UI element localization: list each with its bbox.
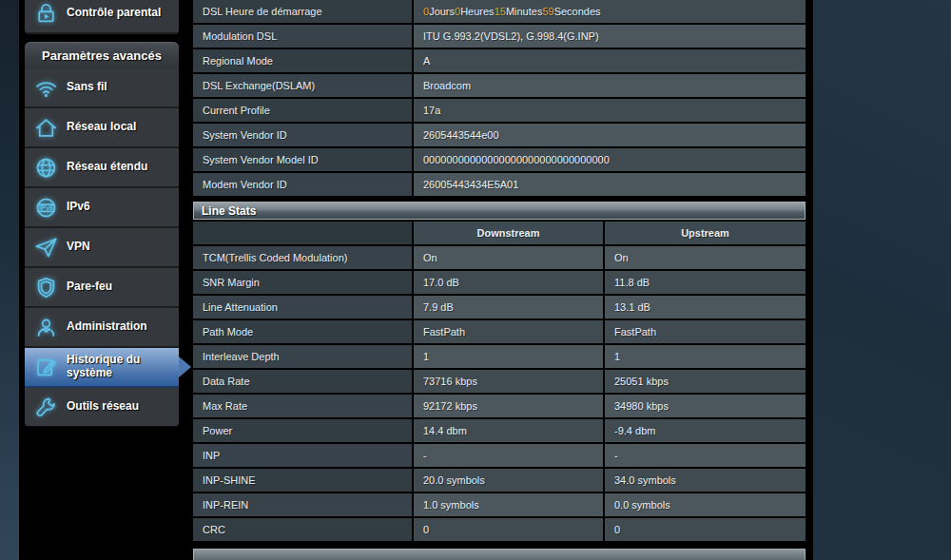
table-row: INP-REIN1.0 symbols0.0 symbols [193,493,805,516]
row-value-cell: 0 Jours 0 Heures 15 Minutes 59 Secondes [414,0,805,23]
row-label-cell: Max Rate [193,395,412,417]
sidebar-section-header: Paramètres avancés [25,42,179,68]
ipv6-icon: IPv6 [33,195,59,221]
row-downstream-cell: 1.0 symbols [414,493,603,516]
row-label-cell: INP-REIN [193,493,412,516]
sidebar-item-label: Réseau étendu [67,161,151,174]
row-upstream-cell: 34980 kbps [605,395,805,417]
sidebar-item-label: Administration [67,320,151,334]
table-row: Regional ModeA [193,49,805,72]
table-row: INP-- [193,444,805,467]
row-downstream-cell: 92172 kbps [414,395,603,417]
table-row: Current Profile17a [193,99,805,122]
page-background-left [0,0,19,560]
row-downstream-cell: 7.9 dB [414,296,603,319]
row-upstream-cell: -9.4 dbm [605,419,805,442]
row-label-cell: Interleave Depth [193,345,412,368]
row-label-cell: Modulation DSL [193,25,412,48]
row-label-cell: SNR Margin [193,271,412,294]
line-stats-section-header: Line Stats [193,202,805,220]
header-downstream: Downstream [414,222,603,244]
sidebar-items: Sans filRéseau localRéseau étenduIPv6IPv… [25,68,179,426]
row-upstream-cell: 1 [605,345,805,368]
table-row: SNR Margin17.0 dB11.8 dB [193,271,805,294]
sidebar-item-label: IPv6 [67,201,94,214]
row-upstream-cell: 0 [605,518,805,541]
row-value-cell: 2605443544e00 [414,124,805,146]
page-background-right [813,0,951,560]
table-row: CRC00 [193,518,805,541]
row-label-cell: INP-SHINE [193,469,412,492]
table-row: Interleave Depth11 [193,345,805,368]
shield-icon [33,275,59,300]
row-value-cell: Broadcom [414,74,805,97]
row-label-cell: Path Mode [193,320,412,343]
line-stats-table: Downstream Upstream TCM(Trellis Coded Mo… [193,222,805,541]
admin-icon [33,315,59,340]
globe-icon [33,155,59,181]
row-downstream-cell: On [414,246,603,269]
table-row: TCM(Trellis Coded Modulation)OnOn [193,246,805,269]
sidebar-item-label: Pare-feu [67,280,116,294]
row-label-cell: Modem Vendor ID [193,173,412,196]
sidebar-item-shield[interactable]: Pare-feu [25,268,179,308]
row-label-cell: TCM(Trellis Coded Modulation) [193,246,412,269]
row-upstream-cell: FastPath [605,320,805,343]
wifi-icon [33,75,59,101]
row-label-cell: Power [193,419,412,442]
row-value-cell: A [414,49,805,72]
row-downstream-cell: - [414,444,603,467]
sidebar-item-log[interactable]: Historique du système [25,348,179,388]
row-downstream-cell: 17.0 dB [414,271,603,294]
router-admin-page: Contrôle parental Paramètres avancés San… [0,0,951,560]
sidebar: Contrôle parental Paramètres avancés San… [25,0,179,40]
row-downstream-cell: 14.4 dbm [414,419,603,442]
dsl-log-content: DSL Heure de démarrage0 Jours 0 Heures 1… [193,0,805,560]
vpn-icon [33,235,59,261]
sidebar-item-ipv6[interactable]: IPv6IPv6 [25,188,179,228]
svg-text:IPv6: IPv6 [38,203,52,211]
row-label-cell: INP [193,444,412,467]
sidebar-item-wrench[interactable]: Outils réseau [25,388,179,426]
sidebar-item-label: Historique du système [67,354,179,380]
table-row: Modulation DSLITU G.993.2(VDSL2), G.998.… [193,25,805,48]
row-label-cell: Current Profile [193,99,412,122]
parental-lock-icon [25,1,67,27]
next-section-header-edge [193,549,805,560]
row-value-cell: 17a [414,99,805,122]
row-label-cell: System Vendor Model ID [193,148,412,171]
header-empty-cell [193,222,412,244]
table-row: Line Attenuation7.9 dB13.1 dB [193,296,805,319]
row-downstream-cell: FastPath [414,320,603,343]
table-row: Max Rate92172 kbps34980 kbps [193,395,805,417]
table-row: INP-SHINE20.0 symbols34.0 symbols [193,469,805,492]
table-row: System Vendor ID2605443544e00 [193,124,805,146]
sidebar-item-globe[interactable]: Réseau étendu [25,148,179,188]
sidebar-item-admin[interactable]: Administration [25,308,179,348]
sidebar-item-home[interactable]: Réseau local [25,108,179,148]
row-label-cell: CRC [193,518,412,541]
sidebar-item-parental-control[interactable]: Contrôle parental [25,0,179,34]
sidebar-item-label: Outils réseau [67,400,143,414]
row-upstream-cell: 25051 kbps [605,370,805,393]
row-upstream-cell: 34.0 symbols [605,469,805,492]
sidebar-item-label: Contrôle parental [67,7,165,20]
sidebar-item-vpn[interactable]: VPN [25,228,179,268]
row-downstream-cell: 20.0 symbols [414,469,603,492]
row-downstream-cell: 73716 kbps [414,370,603,393]
row-upstream-cell: 11.8 dB [605,271,805,294]
row-label-cell: Regional Mode [193,49,412,72]
row-label-cell: Data Rate [193,370,412,393]
sidebar-item-label: Sans fil [67,81,111,94]
table-row: DSL Heure de démarrage0 Jours 0 Heures 1… [193,0,805,23]
sidebar-section-advanced: Paramètres avancés Sans filRéseau localR… [25,42,179,426]
row-value-cell: ITU G.993.2(VDSL2), G.998.4(G.INP) [414,25,805,48]
dsl-info-table: DSL Heure de démarrage0 Jours 0 Heures 1… [193,0,805,196]
row-label-cell: DSL Heure de démarrage [193,0,412,23]
table-row: System Vendor Model ID000000000000000000… [193,148,805,171]
row-upstream-cell: 0.0 symbols [605,493,805,516]
table-row: Data Rate73716 kbps25051 kbps [193,370,805,393]
line-stats-header-row: Downstream Upstream [193,222,805,244]
row-value-cell: 00000000000000000000000000000000 [414,148,805,171]
sidebar-item-wifi[interactable]: Sans fil [25,68,179,108]
